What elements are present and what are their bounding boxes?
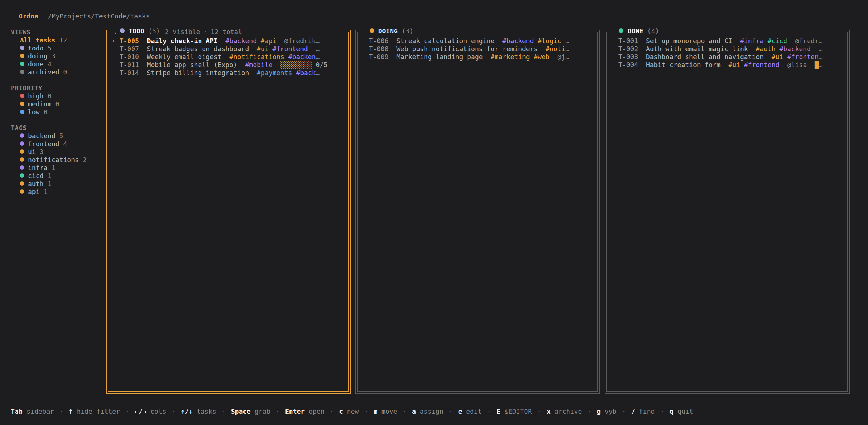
tag: #backend: [225, 37, 257, 45]
assignee: @lisa: [779, 61, 815, 69]
sidebar-item-medium[interactable]: medium 0: [11, 100, 103, 108]
task-row-t-006[interactable]: T-006 Streak calculation engine #backend…: [361, 37, 596, 45]
sidebar-item-label: doing: [28, 52, 47, 60]
shortcut-archive: x archive: [547, 408, 582, 415]
sidebar-item-todo[interactable]: todo 5: [11, 44, 103, 52]
tag: #frontend: [269, 45, 308, 53]
task-row-t-008[interactable]: T-008 Web push notifications for reminde…: [361, 45, 596, 53]
tag: #backend: [502, 37, 534, 45]
arrow-spacer: [361, 45, 369, 53]
teal-dot-icon: [20, 173, 24, 178]
sidebar-item-auth[interactable]: auth 1: [11, 180, 103, 188]
assignee: @fredr…: [787, 37, 823, 45]
task-row-t-007[interactable]: T-007 Streak badges on dashboard #ui #fr…: [112, 45, 347, 53]
task-row-t-001[interactable]: T-001 Set up monorepo and CI #infra #cic…: [610, 37, 846, 45]
sidebar-item-count: 3: [36, 148, 44, 156]
separator-dot: ·: [59, 408, 63, 415]
sidebar-item-count: 0: [40, 108, 48, 116]
red-dot-icon: [20, 94, 24, 98]
shortcut-vyb: g vyb: [597, 408, 616, 415]
tag: #infra: [740, 37, 764, 45]
shortcut-key: f: [69, 408, 73, 415]
separator-dot: ·: [402, 408, 406, 415]
task-row-t-004[interactable]: T-004 Habit creation form #ui #frontend …: [610, 61, 846, 69]
sidebar-item-all-tasks[interactable]: All tasks 12: [11, 36, 103, 44]
sidebar-item-archived[interactable]: archived 0: [11, 68, 103, 76]
truncation-ellipsis: …: [811, 45, 823, 53]
sidebar-item-backend[interactable]: backend 5: [11, 132, 103, 140]
task-row-t-005[interactable]: › T-005 Daily check-in API #backend #api…: [112, 37, 347, 45]
task-id: T-005: [120, 37, 139, 45]
separator-dot: ·: [587, 408, 591, 415]
sidebar-item-low[interactable]: low 0: [11, 108, 103, 116]
truncation-ellipsis: …: [316, 53, 320, 61]
column-body-done: T-001 Set up monorepo and CI #infra #cic…: [607, 32, 847, 70]
shortcut-edit: e edit: [458, 408, 482, 415]
task-title: Habit creation form: [638, 61, 728, 69]
sidebar-item-notifications[interactable]: notifications 2: [11, 156, 103, 164]
separator-dot: ·: [487, 408, 491, 415]
sidebar-item-label: api: [28, 188, 40, 195]
sidebar-item-infra[interactable]: infra 1: [11, 164, 103, 172]
truncation-ellipsis: …: [819, 61, 823, 69]
task-row-t-009[interactable]: T-009 Marketing landing page #marketing …: [361, 53, 596, 61]
tag: #mobile: [245, 61, 272, 69]
arrow-spacer: [361, 53, 369, 61]
sidebar-item-label: cicd: [28, 172, 43, 180]
task-title: Auth with email magic link: [638, 45, 756, 53]
sidebar: VIEWSAll tasks 12todo 5doing 3done 4arch…: [11, 28, 103, 204]
tag: #notifications: [229, 53, 284, 61]
shortcut-key: E: [497, 408, 501, 415]
tag: #web: [530, 53, 550, 61]
sidebar-item-api[interactable]: api 1: [11, 188, 103, 196]
sidebar-item-high[interactable]: high 0: [11, 92, 103, 100]
column-count: (3): [398, 27, 413, 35]
shortcut-key: Space: [231, 408, 251, 415]
assignee: @fredrik…: [276, 37, 320, 45]
sidebar-section-tags: TAGSbackend 5frontend 4ui 3notifications…: [11, 124, 103, 196]
sidebar-item-label: high: [28, 92, 43, 100]
task-title: Weekly email digest: [139, 53, 229, 61]
app-title: Ordna: [19, 12, 38, 20]
sidebar-item-ui[interactable]: ui 3: [11, 148, 103, 156]
todo-status-dot-icon: [120, 28, 125, 33]
task-id: T-001: [618, 37, 638, 45]
task-row-t-010[interactable]: T-010 Weekly email digest #notifications…: [112, 53, 347, 61]
sidebar-item-done[interactable]: done 4: [11, 60, 103, 68]
assignee: @j…: [550, 53, 569, 61]
task-row-t-002[interactable]: T-002 Auth with email magic link #auth #…: [610, 45, 846, 53]
sidebar-item-count: 0: [43, 92, 51, 100]
amber-dot-icon: [20, 157, 24, 162]
shortcut-key: m: [374, 408, 377, 415]
task-title: Stripe billing integration: [139, 69, 257, 77]
column-body-doing: T-006 Streak calculation engine #backend…: [358, 32, 598, 62]
shortcut-key: /: [631, 408, 635, 415]
task-title: Streak calculation engine: [389, 37, 502, 45]
shortcut-key: q: [669, 408, 673, 415]
task-title: Dashboard shell and navigation: [638, 53, 771, 61]
task-row-t-014[interactable]: T-014 Stripe billing integration #paymen…: [112, 69, 347, 77]
shortcut-key: c: [339, 408, 343, 415]
shortcut-hide-filter: f hide filter: [69, 408, 120, 415]
separator-dot: ·: [222, 408, 226, 415]
column-header-todo: TODO (5): [116, 27, 164, 36]
done-status-dot-icon: [619, 28, 623, 33]
task-id: T-014: [120, 69, 139, 77]
shortcut-label: sidebar: [23, 408, 54, 415]
amber-dot-icon: [20, 54, 24, 58]
sidebar-item-count: 0: [51, 100, 59, 108]
arrow-spacer: [112, 61, 120, 69]
sidebar-item-doing[interactable]: doing 3: [11, 52, 103, 60]
progress-bar: ░░░░░░░░: [272, 61, 312, 69]
progress-bar: █: [815, 61, 819, 69]
task-row-t-011[interactable]: T-011 Mobile app shell (Expo) #mobile ░░…: [112, 61, 347, 69]
task-id: T-007: [120, 45, 139, 53]
sidebar-item-cicd[interactable]: cicd 1: [11, 172, 103, 180]
column-count: (4): [643, 27, 659, 35]
arrow-spacer: [112, 69, 120, 77]
sidebar-item-frontend[interactable]: frontend 4: [11, 140, 103, 148]
tag: #ui: [772, 53, 784, 61]
tag: #cicd: [764, 37, 787, 45]
task-row-t-003[interactable]: T-003 Dashboard shell and navigation #ui…: [610, 53, 846, 61]
column-count: (5): [144, 27, 160, 35]
